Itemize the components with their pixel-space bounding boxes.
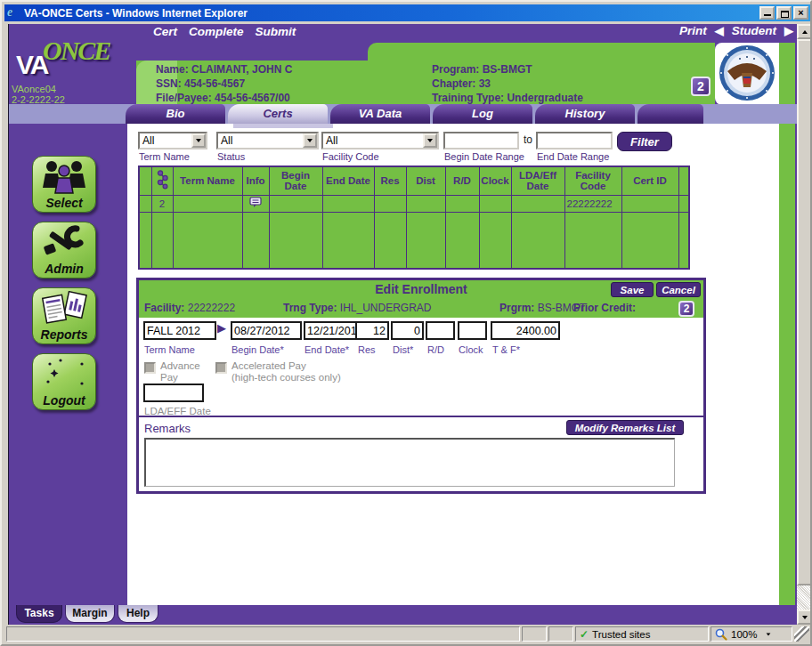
zoom-control[interactable]: 100% bbox=[710, 626, 792, 642]
tab-help[interactable]: Help bbox=[118, 605, 158, 623]
clock-label: Clock bbox=[459, 344, 483, 355]
dropdown-arrow-icon[interactable] bbox=[303, 133, 317, 148]
maximize-button[interactable] bbox=[776, 6, 792, 20]
claimant-ssn: SSN: 454-56-4567 bbox=[156, 77, 245, 90]
bottom-tab-bar: Tasks Margin Help bbox=[9, 605, 797, 625]
tf-input[interactable] bbox=[491, 321, 560, 340]
program: Program: BS-BMGT bbox=[432, 63, 532, 76]
next-student-icon[interactable]: ▶ bbox=[784, 24, 793, 37]
begin-date-label: Begin Date* bbox=[231, 344, 284, 355]
tab-tasks[interactable]: Tasks bbox=[16, 605, 62, 623]
zoom-level: 100% bbox=[731, 629, 757, 640]
trng-type-value: IHL_UNDERGRAD bbox=[340, 302, 432, 314]
accelerated-pay-checkbox[interactable] bbox=[215, 362, 227, 374]
prev-student-icon[interactable]: ◀ bbox=[715, 24, 724, 37]
save-button[interactable]: Save bbox=[611, 282, 654, 297]
content-body: Select Admin bbox=[9, 124, 797, 605]
internet-explorer-icon: e bbox=[7, 6, 20, 20]
end-date-range-input[interactable] bbox=[536, 132, 613, 149]
term-name-input[interactable] bbox=[143, 321, 216, 340]
end-date-range-label: End Date Range bbox=[537, 151, 609, 162]
certs-table: Term Name Info Begin Date End Date Res D… bbox=[138, 166, 690, 270]
begin-date-input[interactable] bbox=[231, 321, 302, 340]
sidebar-item-label: Reports bbox=[41, 327, 88, 342]
status-bar: ✓ Trusted sites 100% bbox=[4, 625, 811, 643]
cancel-button[interactable]: Cancel bbox=[656, 282, 701, 297]
dropdown-arrow-icon[interactable] bbox=[191, 133, 206, 148]
facility-code-filter-select[interactable]: All bbox=[321, 132, 439, 149]
to-label: to bbox=[524, 133, 532, 146]
tab-history[interactable]: History bbox=[535, 104, 635, 124]
rd-input[interactable] bbox=[426, 321, 455, 340]
claimant-panel: Name: CLAIMANT, JOHN C SSN: 454-56-4567 … bbox=[136, 61, 715, 104]
tab-certs[interactable]: Certs bbox=[228, 104, 328, 124]
tab-va-data[interactable]: VA Data bbox=[330, 104, 430, 124]
scrollbar-thumb[interactable] bbox=[797, 39, 812, 585]
col-begin-date: Begin Date bbox=[269, 166, 322, 195]
security-zone[interactable]: ✓ Trusted sites bbox=[575, 626, 709, 642]
table-header-row: Term Name Info Begin Date End Date Res D… bbox=[139, 166, 689, 195]
zoom-dropdown-icon[interactable] bbox=[767, 633, 771, 635]
close-button[interactable]: × bbox=[793, 6, 808, 20]
tab-bio[interactable]: Bio bbox=[126, 104, 225, 124]
prior-credit-badge: 2 bbox=[678, 301, 694, 317]
tab-strip: Bio Certs VA Data Log History bbox=[9, 104, 797, 124]
res-input[interactable] bbox=[355, 321, 389, 340]
logout-button[interactable]: Logout bbox=[32, 353, 96, 410]
modify-remarks-button[interactable]: Modify Remarks List bbox=[566, 420, 684, 435]
info-note-icon[interactable] bbox=[242, 195, 269, 212]
end-date-label: End Date* bbox=[304, 344, 349, 355]
tools-icon bbox=[33, 225, 95, 261]
menu-submit[interactable]: Submit bbox=[256, 25, 296, 38]
tab-margin[interactable]: Margin bbox=[65, 605, 115, 623]
col-term-name: Term Name bbox=[173, 166, 242, 195]
term-arrow-icon: ▶ bbox=[217, 321, 226, 335]
dist-input[interactable] bbox=[391, 321, 424, 340]
student-label: Student bbox=[732, 24, 776, 37]
window-title: VA-ONCE Certs - Windows Internet Explore… bbox=[24, 7, 758, 20]
print-link[interactable]: Print bbox=[679, 24, 707, 37]
table-empty-row bbox=[139, 212, 689, 226]
enrollment-count-badge: 2 bbox=[691, 77, 710, 96]
row-seq: 2 bbox=[151, 195, 173, 212]
scroll-down-icon[interactable] bbox=[797, 610, 812, 625]
menu-complete[interactable]: Complete bbox=[189, 25, 244, 38]
lda-eff-date-input[interactable] bbox=[143, 384, 204, 402]
accelerated-pay-note: (high-tech courses only) bbox=[231, 372, 341, 383]
resize-grip[interactable] bbox=[794, 626, 809, 642]
claimant-file-payee: File/Payee: 454-56-4567/00 bbox=[156, 92, 290, 104]
col-facility-code: Facility Code bbox=[564, 166, 621, 195]
tab-log[interactable]: Log bbox=[433, 104, 532, 124]
table-row[interactable]: 2 22222222 bbox=[139, 195, 689, 212]
scroll-up-icon[interactable] bbox=[797, 24, 812, 39]
minimize-button[interactable] bbox=[759, 6, 775, 20]
claimant-name: Name: CLAIMANT, JOHN C bbox=[156, 63, 292, 76]
reports-button[interactable]: Reports bbox=[32, 287, 96, 344]
prgrm-label: Prgrm: bbox=[499, 302, 534, 314]
term-name-filter-select[interactable]: All bbox=[138, 132, 207, 149]
header: VA ONCE VAonce04 2-2-2222-22 Certs Name:… bbox=[9, 43, 797, 104]
title-bar[interactable]: e VA-ONCE Certs - Windows Internet Explo… bbox=[4, 4, 811, 21]
begin-date-range-input[interactable] bbox=[443, 132, 519, 149]
training-type: Training Type: Undergraduate bbox=[432, 92, 583, 104]
advance-pay-checkbox[interactable] bbox=[144, 362, 156, 374]
filter-button[interactable]: Filter bbox=[617, 132, 672, 151]
app-menus: Cert Complete Submit bbox=[153, 25, 296, 38]
chapter: Chapter: 33 bbox=[432, 77, 491, 90]
table-empty-row bbox=[139, 254, 689, 269]
select-button[interactable]: Select bbox=[32, 156, 96, 213]
status-filter-select[interactable]: All bbox=[216, 132, 319, 149]
sidebar-item-label: Logout bbox=[43, 393, 85, 408]
remarks-textarea[interactable] bbox=[144, 438, 675, 487]
magnifier-icon bbox=[715, 628, 727, 641]
dropdown-arrow-icon[interactable] bbox=[423, 133, 437, 148]
status-filter-value: All bbox=[221, 134, 232, 147]
va-seal-image bbox=[715, 43, 779, 105]
admin-button[interactable]: Admin bbox=[32, 222, 96, 279]
clock-input[interactable] bbox=[458, 321, 487, 340]
trusted-sites-label: Trusted sites bbox=[592, 629, 650, 640]
menu-cert[interactable]: Cert bbox=[153, 25, 177, 38]
col-lda-eff-date: LDA/Eff Date bbox=[511, 166, 564, 195]
vertical-scrollbar[interactable] bbox=[797, 24, 812, 625]
enrollment-info-bar: Facility: 22222222 Trng Type: IHL_UNDERG… bbox=[139, 300, 703, 318]
